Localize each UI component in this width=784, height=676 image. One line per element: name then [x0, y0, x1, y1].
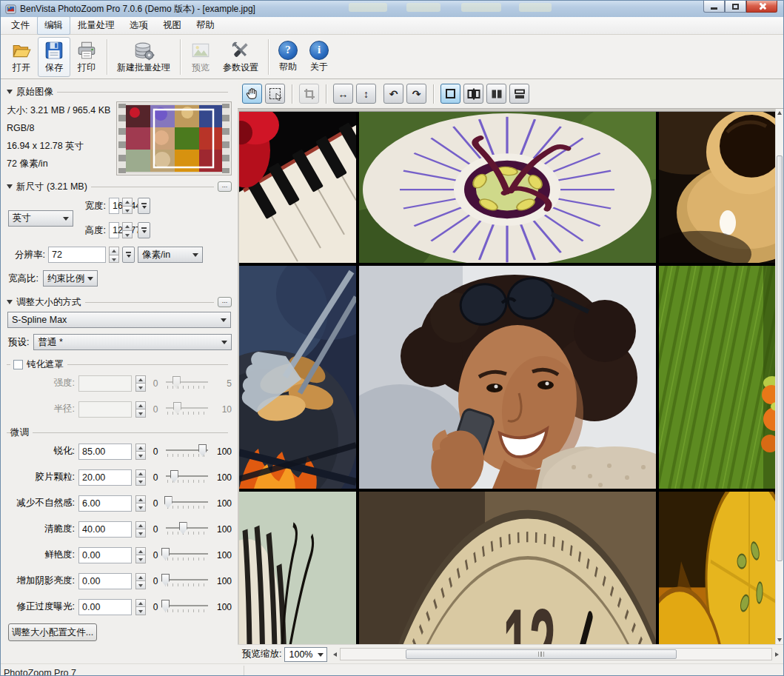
scroll-left-button[interactable] [333, 652, 337, 657]
preview-zoom-dropdown[interactable]: 100% [284, 647, 327, 662]
height-input[interactable]: 12.7778 [109, 222, 119, 238]
resize-method-section-header[interactable]: 调整大小的方式 ... [7, 295, 232, 309]
slider-thumb[interactable] [164, 496, 172, 509]
spin-down-icon[interactable] [135, 555, 146, 563]
slider-thumb[interactable] [172, 376, 181, 389]
scroll-right-button[interactable] [775, 652, 779, 657]
minimize-button[interactable] [703, 1, 725, 13]
spin-down-icon[interactable] [122, 207, 133, 215]
crispness-input[interactable]: 40.00 [78, 521, 132, 538]
strength-slider[interactable] [165, 375, 209, 392]
scroll-up-button[interactable] [776, 109, 783, 117]
help-button[interactable]: ? 帮助 [272, 37, 304, 77]
slider-thumb[interactable] [161, 548, 170, 560]
algorithm-dropdown[interactable]: S-Spline Max [7, 312, 231, 328]
vividness-spinner[interactable] [135, 547, 146, 563]
brighten-shadows-spinner[interactable] [135, 573, 146, 589]
scroll-down-button[interactable] [776, 636, 783, 644]
new-size-more-button[interactable]: ... [218, 181, 232, 192]
menu-batch[interactable]: 批量处理 [70, 16, 122, 35]
reduce-artifacts-spinner[interactable] [135, 495, 146, 512]
spin-down-icon[interactable] [135, 452, 146, 460]
spin-down-icon[interactable] [135, 529, 146, 538]
width-spinner[interactable] [122, 198, 133, 214]
slider-thumb[interactable] [161, 600, 170, 612]
spin-down-icon[interactable] [135, 409, 146, 418]
navigator-thumbnail[interactable] [116, 101, 232, 175]
menu-edit[interactable]: 编辑 [37, 16, 70, 35]
menu-help[interactable]: 帮助 [189, 16, 222, 35]
spin-up-icon[interactable] [135, 469, 146, 478]
spin-up-icon[interactable] [135, 599, 146, 608]
spin-down-icon[interactable] [122, 231, 133, 239]
spin-down-icon[interactable] [135, 384, 146, 392]
width-input[interactable]: 16.9444 [109, 198, 119, 214]
horizontal-scroll-thumb[interactable] [406, 649, 677, 659]
spin-down-icon[interactable] [135, 581, 146, 589]
vertical-scrollbar[interactable] [775, 109, 783, 644]
preset-dropdown[interactable]: 普通 * [33, 334, 232, 350]
spin-up-icon[interactable] [135, 495, 146, 504]
view-two-vertical-button[interactable] [486, 84, 506, 104]
resolution-input[interactable]: 72 [48, 247, 106, 263]
rotate-cw-button[interactable]: ↷ [406, 84, 426, 104]
spin-up-icon[interactable] [135, 444, 146, 452]
strength-input[interactable] [78, 375, 132, 392]
reduce-artifacts-slider[interactable] [165, 495, 209, 512]
sharpness-slider[interactable] [165, 444, 209, 460]
about-button[interactable]: i 关于 [304, 37, 335, 77]
film-grain-input[interactable]: 20.00 [78, 469, 132, 486]
unsharp-mask-checkbox[interactable] [13, 360, 23, 369]
horizontal-scroll-track[interactable] [340, 648, 772, 660]
resolution-unit-button[interactable] [122, 247, 135, 263]
slider-thumb[interactable] [198, 444, 207, 457]
view-two-horizontal-button[interactable] [509, 84, 529, 104]
radius-spinner[interactable] [135, 401, 146, 418]
preview-button[interactable]: 预览 [184, 37, 217, 77]
slider-thumb[interactable] [179, 522, 187, 535]
spin-down-icon[interactable] [109, 255, 119, 264]
spin-up-icon[interactable] [109, 247, 119, 255]
crispness-spinner[interactable] [135, 521, 146, 538]
crop-tool-button[interactable] [299, 84, 319, 104]
fix-overexposure-input[interactable]: 0.00 [78, 599, 132, 615]
menu-view[interactable]: 视图 [155, 16, 189, 35]
brighten-shadows-input[interactable]: 0.00 [78, 573, 132, 589]
selection-tool-button[interactable] [265, 84, 285, 104]
save-button[interactable]: 保存 [38, 37, 70, 77]
height-spinner[interactable] [122, 222, 133, 238]
aspect-ratio-dropdown[interactable]: 约束比例 [43, 270, 98, 287]
radius-input[interactable] [78, 401, 132, 418]
menu-options[interactable]: 选项 [122, 16, 155, 35]
film-grain-spinner[interactable] [135, 469, 146, 486]
vividness-slider[interactable] [165, 547, 209, 563]
slider-thumb[interactable] [161, 574, 170, 586]
sharpness-spinner[interactable] [135, 444, 146, 460]
spin-up-icon[interactable] [135, 521, 146, 530]
height-unit-button[interactable] [138, 222, 150, 238]
image-viewport[interactable]: 12 11 10 1 [238, 109, 783, 644]
slider-thumb[interactable] [173, 402, 181, 415]
vertical-scroll-thumb[interactable] [777, 155, 783, 561]
view-single-button[interactable] [440, 84, 460, 104]
crispness-slider[interactable] [165, 521, 209, 538]
strength-spinner[interactable] [135, 375, 146, 392]
reduce-artifacts-input[interactable]: 6.00 [78, 495, 132, 512]
width-unit-button[interactable] [138, 198, 150, 214]
settings-button[interactable]: 参数设置 [217, 37, 264, 77]
menu-file[interactable]: 文件 [4, 16, 37, 35]
spin-up-icon[interactable] [122, 198, 133, 207]
spin-down-icon[interactable] [135, 478, 146, 486]
maximize-button[interactable] [725, 1, 746, 13]
flip-vertical-button[interactable]: ↕ [356, 84, 376, 104]
resize-method-more-button[interactable]: ... [218, 297, 232, 307]
sharpness-input[interactable]: 85.00 [78, 444, 132, 460]
view-split-button[interactable] [463, 84, 483, 104]
radius-slider[interactable] [165, 401, 209, 418]
size-unit-dropdown[interactable]: 英寸 [8, 210, 73, 227]
spin-up-icon[interactable] [135, 375, 146, 384]
slider-thumb[interactable] [170, 470, 178, 483]
spin-up-icon[interactable] [135, 547, 146, 556]
brighten-shadows-slider[interactable] [165, 573, 209, 589]
rotate-ccw-button[interactable]: ↶ [383, 84, 403, 104]
